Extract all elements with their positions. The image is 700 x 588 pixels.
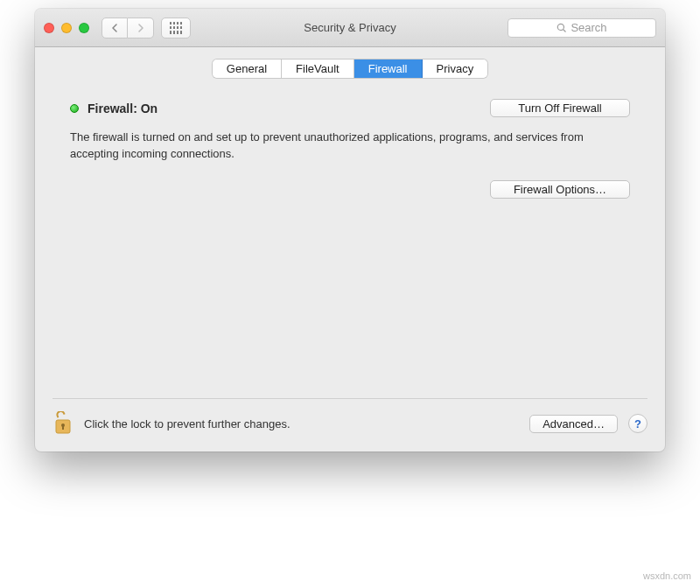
help-button[interactable]: ? — [628, 414, 648, 433]
search-icon — [556, 23, 567, 33]
forward-button[interactable] — [128, 18, 154, 38]
firewall-options-button[interactable]: Firewall Options… — [490, 180, 630, 199]
prefs-window: Security & Privacy Search General FileVa… — [35, 9, 665, 452]
titlebar: Security & Privacy Search — [35, 9, 665, 47]
close-icon[interactable] — [44, 23, 54, 33]
watermark: wsxdn.com — [643, 570, 691, 581]
tab-privacy[interactable]: Privacy — [423, 60, 488, 78]
window-controls — [44, 23, 89, 33]
status-on-icon — [70, 104, 79, 113]
toggle-firewall-button[interactable]: Turn Off Firewall — [490, 99, 630, 117]
content-area: Firewall: On Turn Off Firewall The firew… — [35, 83, 665, 398]
svg-rect-2 — [62, 426, 64, 430]
lock-open-icon[interactable] — [52, 411, 74, 436]
back-button[interactable] — [102, 18, 128, 38]
tab-bar: General FileVault Firewall Privacy — [35, 47, 665, 83]
search-placeholder: Search — [570, 21, 606, 34]
minimize-icon[interactable] — [61, 23, 72, 33]
show-all-button[interactable] — [161, 18, 191, 38]
firewall-status-row: Firewall: On Turn Off Firewall — [70, 99, 630, 117]
search-input[interactable]: Search — [508, 18, 656, 38]
tab-general[interactable]: General — [213, 60, 282, 78]
lock-hint-text: Click the lock to prevent further change… — [84, 417, 290, 430]
tab-firewall[interactable]: Firewall — [354, 60, 423, 78]
advanced-button[interactable]: Advanced… — [529, 415, 618, 433]
firewall-status-label: Firewall: On — [88, 102, 158, 116]
tab-filevault[interactable]: FileVault — [282, 60, 354, 78]
zoom-icon[interactable] — [79, 23, 89, 33]
grid-icon — [170, 22, 182, 34]
nav-buttons — [102, 18, 154, 38]
firewall-description: The firewall is turned on and set up to … — [70, 130, 630, 163]
footer: Click the lock to prevent further change… — [35, 399, 665, 452]
